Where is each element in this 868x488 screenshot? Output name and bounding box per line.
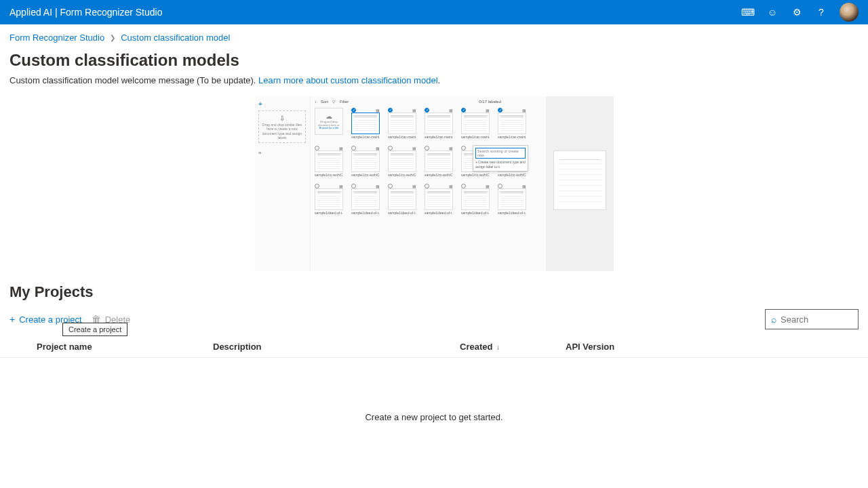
projects-title: My Projects bbox=[0, 279, 868, 306]
doc-thumb: ▦ sample1/deed-of-t... bbox=[498, 184, 526, 215]
sort-desc-icon: ↓ bbox=[496, 344, 500, 351]
chevron-right-icon: ❯ bbox=[110, 34, 115, 41]
document-preview bbox=[553, 150, 606, 210]
avatar[interactable] bbox=[840, 3, 859, 22]
header-actions: ⌨ ☺ ⚙ ? bbox=[742, 3, 859, 22]
create-tooltip: Create a project bbox=[62, 323, 127, 336]
keyboard-icon[interactable]: ⌨ bbox=[742, 6, 754, 18]
projects-actions: + Create a project 🗑 Delete Create a pro… bbox=[0, 306, 868, 336]
feedback-icon[interactable]: ☺ bbox=[766, 6, 778, 18]
breadcrumb-root[interactable]: Form Recognizer Studio bbox=[9, 33, 104, 43]
col-api-version[interactable]: API Version bbox=[566, 342, 859, 352]
page-title: Custom classification models bbox=[0, 48, 868, 75]
search-box[interactable]: ⌕ bbox=[765, 309, 859, 329]
drop-zone: ⇩ Drag and drop similar files here to cr… bbox=[258, 110, 306, 143]
doc-thumb: ▦ sample1/car-maint... bbox=[461, 108, 490, 139]
doc-thumb: ▦ sample1/car-maint... bbox=[498, 108, 526, 139]
plus-icon: + bbox=[9, 314, 15, 325]
doc-thumb: ▦ sample1/deed-of-t... bbox=[461, 184, 490, 215]
learn-more-link[interactable]: Learn more about custom classification m… bbox=[258, 75, 437, 85]
doc-thumb: ▦ sample1/deed-of-t... bbox=[315, 184, 343, 215]
settings-icon[interactable]: ⚙ bbox=[791, 6, 803, 18]
doc-thumb: ▦ sample1/cc-auth/C... bbox=[425, 146, 453, 177]
doc-thumb: ▦ sample1/cc-auth/C... bbox=[315, 146, 343, 177]
download-icon: ⇩ bbox=[279, 114, 285, 123]
doc-thumb: ▦ sample1/cc-auth/C... bbox=[351, 146, 380, 177]
doc-thumb: ▦ sample1/deed-of-t... bbox=[388, 184, 416, 215]
plus-icon: + bbox=[258, 100, 262, 108]
doc-thumb: ▦ sample1/car-maint... bbox=[425, 108, 453, 139]
search-input[interactable] bbox=[781, 314, 852, 325]
desc-text: Custom classification model welcome mess… bbox=[9, 75, 258, 85]
doc-thumb: ▦ sample1/cc-auth/C... bbox=[388, 146, 416, 177]
label-popup: Search existing or create new + Create n… bbox=[473, 145, 528, 171]
breadcrumb-current[interactable]: Custom classification model bbox=[121, 33, 230, 43]
doc-thumb: ▦ sample1/car-maint... bbox=[388, 108, 416, 139]
hero-toolbar: ↕Sort ▽Filter 0/17 labeled bbox=[315, 99, 542, 104]
page-description: Custom classification model welcome mess… bbox=[0, 75, 868, 94]
app-title: Applied AI | Form Recognizer Studio bbox=[9, 7, 162, 18]
col-created[interactable]: Created ↓ bbox=[460, 342, 566, 352]
app-header: Applied AI | Form Recognizer Studio ⌨ ☺ … bbox=[0, 0, 868, 24]
col-project-name[interactable]: Project name bbox=[9, 342, 213, 352]
breadcrumb: Form Recognizer Studio ❯ Custom classifi… bbox=[0, 24, 868, 48]
help-icon[interactable]: ? bbox=[815, 6, 827, 18]
doc-thumb: ▦ sample1/deed-of-t... bbox=[425, 184, 453, 215]
doc-thumb: ▦ sample1/car-maint... bbox=[351, 108, 380, 139]
col-description[interactable]: Description bbox=[213, 342, 460, 352]
empty-state: Create a new project to get started. bbox=[0, 358, 868, 476]
hero-illustration: + ⇩ Drag and drop similar files here to … bbox=[0, 94, 868, 279]
projects-table-header: Project name Description Created ↓ API V… bbox=[0, 336, 868, 358]
doc-thumb: ▦ sample1/deed-of-t... bbox=[351, 184, 380, 215]
expand-icon: » bbox=[258, 150, 261, 156]
search-icon: ⌕ bbox=[771, 314, 776, 325]
